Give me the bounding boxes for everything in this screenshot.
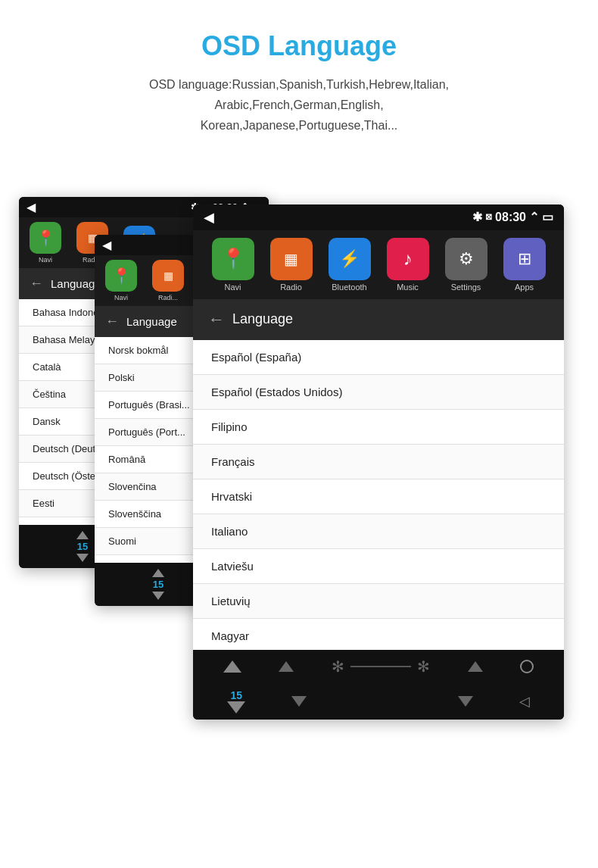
s3-app-row: 📍 Navi ▦ Radio ⚡ Bluetooth ♪ Music ⚙ xyxy=(193,230,564,299)
s1-counter: 15 xyxy=(77,541,88,552)
list-item[interactable]: Magyar xyxy=(193,619,564,650)
screen-3: ◀ ✱ ⊠ 08:30 ⌃ ▭ 📍 Navi ▦ xyxy=(193,205,564,720)
s3-lang-header: ← Language xyxy=(193,299,564,340)
s3-counter: 15 xyxy=(230,689,242,701)
s3-bottom-bar: ✻ ✻ xyxy=(193,650,564,683)
s3-expand-icon: ⌃ xyxy=(529,210,539,224)
s3-bt-icon: ✱ xyxy=(472,210,482,224)
s3-navi-label: Navi xyxy=(224,283,241,292)
s2-app-navi[interactable]: 📍 Navi xyxy=(101,260,142,301)
page-subtitle: OSD language:Russian,Spanish,Turkish,Heb… xyxy=(149,74,449,136)
s2-radio-icon: ▦ xyxy=(152,260,184,292)
s3-settings-icon: ⚙ xyxy=(445,238,487,280)
s1-navi-label: Navi xyxy=(39,256,52,264)
s3-slider[interactable] xyxy=(350,666,411,667)
s3-apps-label: Apps xyxy=(515,283,534,292)
s3-bt-label: Bluetooth xyxy=(332,283,366,292)
s1-lang-back[interactable]: ← xyxy=(30,276,43,292)
s3-circle-icon[interactable] xyxy=(520,660,534,673)
s1-down-icon[interactable] xyxy=(76,554,89,562)
s3-fan-icon: ✻ xyxy=(332,657,344,676)
s3-app-apps[interactable]: ⊞ Apps xyxy=(497,238,552,292)
screenshots-container: ◀ ✱ ▲ 08:30 ⌃ ▭ 📍 Navi ▦ Radi... xyxy=(11,167,587,742)
s3-up-outline[interactable] xyxy=(223,660,241,673)
s3-down-filled[interactable] xyxy=(291,696,307,707)
s3-time: 08:30 xyxy=(495,211,526,224)
s3-app-settings[interactable]: ⚙ Settings xyxy=(439,238,494,292)
s3-android-bar: ◀ ✱ ⊠ 08:30 ⌃ ▭ xyxy=(193,205,564,230)
page-title: OSD Language xyxy=(201,30,397,62)
s3-back-icon: ◀ xyxy=(204,209,214,226)
s3-signal-icon: ⊠ xyxy=(485,212,492,222)
s2-navi-label: Navi xyxy=(114,294,128,301)
list-item[interactable]: Français xyxy=(193,445,564,479)
s3-back-triangle[interactable]: ◁ xyxy=(519,693,530,710)
s3-window-icon: ▭ xyxy=(542,210,553,224)
s2-back-icon: ◀ xyxy=(102,238,111,252)
s3-down-outline[interactable] xyxy=(227,701,245,713)
s3-lang-title: Language xyxy=(232,311,293,327)
s3-music-icon: ♪ xyxy=(387,238,429,280)
s3-settings-label: Settings xyxy=(451,283,481,292)
s3-bt-app-icon: ⚡ xyxy=(329,238,371,280)
s1-lang-title: Language xyxy=(51,277,101,290)
s3-app-navi[interactable]: 📍 Navi xyxy=(206,238,260,292)
list-item[interactable]: Filipino xyxy=(193,410,564,445)
s1-navi-icon: 📍 xyxy=(30,222,61,254)
s3-lang-back[interactable]: ← xyxy=(208,310,225,329)
s3-app-radio[interactable]: ▦ Radio xyxy=(264,238,319,292)
s2-lang-title: Language xyxy=(126,315,177,328)
s3-music-label: Music xyxy=(397,283,419,292)
list-item[interactable]: Latviešu xyxy=(193,549,564,584)
s3-radio-label: Radio xyxy=(280,283,302,292)
list-item[interactable]: Italiano xyxy=(193,514,564,549)
s2-lang-back[interactable]: ← xyxy=(105,314,119,329)
list-item[interactable]: Hrvatski xyxy=(193,479,564,514)
s2-up-icon[interactable] xyxy=(152,569,164,577)
list-item[interactable]: Español (Estados Unidos) xyxy=(193,375,564,410)
s2-navi-icon: 📍 xyxy=(105,260,137,292)
s3-radio-icon: ▦ xyxy=(270,238,313,280)
s3-navi-icon: 📍 xyxy=(212,238,254,280)
s3-apps-icon: ⊞ xyxy=(503,238,546,280)
s1-up-icon[interactable] xyxy=(76,531,89,539)
s3-down2-icon[interactable] xyxy=(458,696,473,707)
s3-app-bt[interactable]: ⚡ Bluetooth xyxy=(322,238,377,292)
list-item[interactable]: Español (España) xyxy=(193,340,564,375)
s3-lang-list: Español (España) Español (Estados Unidos… xyxy=(193,340,564,650)
s2-radio-label: Radi... xyxy=(158,294,178,301)
s3-fan2-icon: ✻ xyxy=(417,657,430,676)
s2-app-radio[interactable]: ▦ Radi... xyxy=(148,260,188,301)
s1-back-icon: ◀ xyxy=(26,200,36,214)
s2-counter: 15 xyxy=(153,579,164,590)
s3-app-music[interactable]: ♪ Music xyxy=(381,238,435,292)
s2-down-icon[interactable] xyxy=(152,592,164,600)
s3-up2-icon[interactable] xyxy=(468,661,483,672)
s1-app-navi[interactable]: 📍 Navi xyxy=(25,222,66,264)
s3-up-filled[interactable] xyxy=(279,661,294,672)
list-item[interactable]: Lietuvių xyxy=(193,584,564,619)
s3-bottom-bar2: 15 ◁ xyxy=(193,683,564,720)
